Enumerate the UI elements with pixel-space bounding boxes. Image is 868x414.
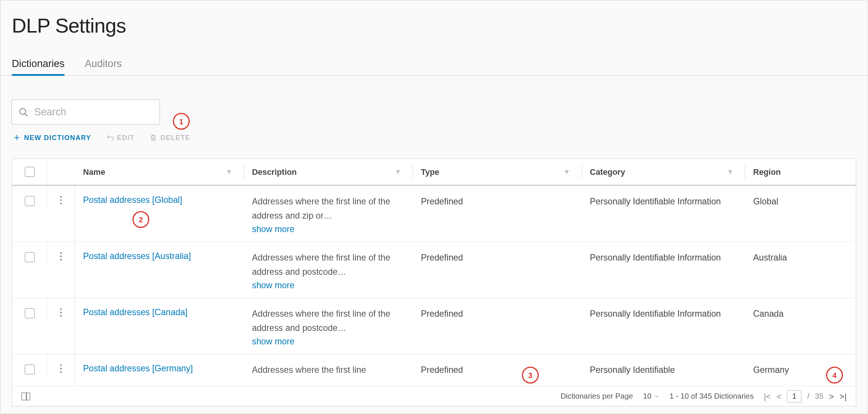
filter-icon[interactable]: ▼	[226, 168, 236, 176]
row-checkbox[interactable]	[24, 252, 34, 262]
delete-label: DELETE	[161, 134, 190, 141]
search-icon	[19, 107, 29, 117]
dictionary-name-link[interactable]: Postal addresses [Australia]	[83, 242, 236, 261]
prev-page-button[interactable]: <	[777, 392, 782, 401]
type-text: Predefined	[421, 186, 574, 209]
tabs: Dictionaries Auditors	[1, 41, 868, 76]
per-page-select[interactable]: 10	[643, 392, 660, 401]
first-page-button[interactable]: |<	[764, 392, 771, 401]
row-actions-menu[interactable]	[60, 252, 62, 261]
region-text: Canada	[753, 298, 848, 321]
delete-button: DELETE	[149, 134, 190, 141]
show-more-link[interactable]: show more	[252, 336, 405, 346]
row-actions-menu[interactable]	[60, 308, 62, 317]
row-actions-menu[interactable]	[60, 365, 62, 373]
plus-icon	[13, 134, 21, 141]
filter-icon[interactable]: ▼	[727, 168, 737, 176]
col-category-header[interactable]: Category	[590, 167, 625, 176]
annotation-1: 1	[173, 113, 190, 130]
dictionary-name-link[interactable]: Postal addresses [Canada]	[83, 298, 236, 317]
filter-icon[interactable]: ▼	[563, 168, 574, 176]
page-separator: /	[807, 392, 810, 401]
next-page-button[interactable]: >	[829, 392, 834, 401]
tab-dictionaries[interactable]: Dictionaries	[12, 58, 65, 76]
table-row: Postal addresses [Canada] Addresses wher…	[12, 298, 856, 354]
search-input[interactable]	[33, 106, 166, 119]
table-row: Postal addresses [Germany] Addresses whe…	[12, 354, 856, 386]
col-name-header[interactable]: Name	[83, 167, 105, 176]
page-total: 35	[815, 392, 823, 401]
col-region-header[interactable]: Region	[753, 167, 781, 176]
description-text: Addresses where the first line of the ad…	[252, 242, 405, 279]
type-text: Predefined	[421, 242, 574, 265]
column-picker-icon[interactable]	[21, 392, 30, 400]
show-more-link[interactable]: show more	[252, 224, 405, 234]
svg-line-1	[25, 113, 27, 116]
dictionaries-table: 2 3 4 Name▼ Description▼ Type▼ Category▼…	[12, 158, 856, 407]
description-text: Addresses where the first line	[252, 354, 405, 377]
trash-icon	[149, 134, 157, 141]
range-label: 1 - 10 of 345 Dictionaries	[669, 392, 754, 401]
last-page-button[interactable]: >|	[840, 392, 847, 401]
select-all-checkbox[interactable]	[24, 167, 34, 177]
row-checkbox[interactable]	[24, 308, 34, 319]
annotation-3: 3	[522, 367, 539, 384]
description-text: Addresses where the first line of the ad…	[252, 298, 405, 335]
table-footer: Dictionaries per Page 10 1 - 10 of 345 D…	[12, 386, 856, 406]
undo-icon	[106, 134, 114, 141]
description-text: Addresses where the first line of the ad…	[252, 186, 405, 223]
annotation-4: 4	[826, 367, 843, 384]
type-text: Predefined	[421, 354, 574, 377]
edit-label: EDIT	[117, 134, 135, 141]
col-type-header[interactable]: Type	[421, 167, 439, 176]
per-page-label: Dictionaries per Page	[560, 392, 633, 401]
annotation-2: 2	[132, 211, 149, 228]
dictionary-name-link[interactable]: Postal addresses [Germany]	[83, 354, 236, 374]
page-title: DLP Settings	[1, 1, 868, 41]
table-row: Postal addresses [Australia] Addresses w…	[12, 242, 856, 298]
new-dictionary-button[interactable]: NEW DICTIONARY	[13, 134, 91, 141]
table-header-row: Name▼ Description▼ Type▼ Category▼ Regio…	[12, 159, 856, 186]
region-text: Global	[753, 186, 848, 209]
page-number-input[interactable]: 1	[787, 390, 802, 402]
tab-auditors[interactable]: Auditors	[85, 58, 122, 76]
dictionary-name-link[interactable]: Postal addresses [Global]	[83, 186, 236, 205]
svg-point-0	[20, 108, 26, 114]
row-checkbox[interactable]	[24, 365, 34, 375]
category-text: Personally Identifiable Information	[590, 242, 737, 265]
search-box[interactable]	[11, 100, 160, 125]
per-page-value: 10	[643, 392, 652, 401]
new-dictionary-label: NEW DICTIONARY	[24, 134, 91, 141]
region-text: Australia	[753, 242, 848, 265]
row-checkbox[interactable]	[24, 196, 34, 206]
type-text: Predefined	[421, 298, 574, 321]
col-description-header[interactable]: Description	[252, 167, 297, 176]
edit-button: EDIT	[106, 134, 135, 141]
chevron-down-icon	[654, 393, 659, 399]
filter-icon[interactable]: ▼	[395, 168, 405, 176]
show-more-link[interactable]: show more	[252, 280, 405, 290]
category-text: Personally Identifiable Information	[590, 298, 737, 321]
category-text: Personally Identifiable Information	[590, 186, 737, 209]
row-actions-menu[interactable]	[60, 196, 62, 205]
category-text: Personally Identifiable	[590, 354, 737, 377]
